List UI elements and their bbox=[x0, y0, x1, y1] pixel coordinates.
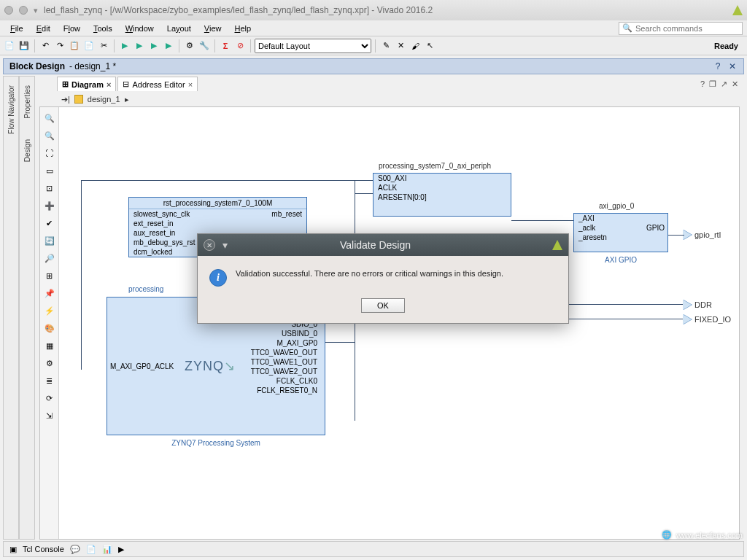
play-icon[interactable]: ▶ bbox=[147, 39, 160, 52]
save-icon[interactable]: 💾 bbox=[18, 39, 31, 52]
paste-icon[interactable]: 📄 bbox=[82, 39, 96, 52]
port-m-axi-gp0-aclk[interactable]: M_AXI_GP0_ACLK bbox=[110, 362, 174, 370]
regenerate-icon[interactable]: 🔄 bbox=[43, 234, 56, 247]
optimize-icon[interactable]: ⊞ bbox=[43, 269, 56, 282]
menu-help[interactable]: Help bbox=[229, 23, 258, 34]
help-icon[interactable]: ? bbox=[713, 61, 723, 71]
port-aclk[interactable]: ACLK bbox=[374, 183, 511, 192]
dialog-titlebar[interactable]: ✕ ▾ Validate Design bbox=[198, 234, 568, 256]
search-icon[interactable]: 🔎 bbox=[43, 252, 56, 265]
dialog-close-icon[interactable]: ✕ bbox=[204, 239, 215, 251]
menu-view[interactable]: View bbox=[198, 23, 228, 34]
layout-select[interactable]: Default Layout bbox=[255, 39, 371, 53]
copy-icon[interactable]: 📋 bbox=[68, 39, 81, 52]
pointer-icon[interactable]: ↖ bbox=[423, 39, 436, 52]
tcl-console-tab[interactable]: Tcl Console bbox=[23, 545, 64, 553]
pin-icon[interactable]: 📌 bbox=[43, 287, 56, 300]
port-ttc0-wave0[interactable]: TTC0_WAVE0_OUT bbox=[247, 348, 322, 357]
redo-icon[interactable]: ↷ bbox=[53, 39, 66, 52]
layers-icon[interactable]: ≣ bbox=[43, 374, 56, 387]
port-s-axi-aclk[interactable]: _aclk bbox=[574, 223, 611, 233]
port-aux-reset-in[interactable]: aux_reset_in bbox=[129, 228, 200, 238]
menu-layout[interactable]: Layout bbox=[161, 23, 197, 34]
port-mb-reset[interactable]: mb_reset bbox=[267, 209, 306, 219]
panel-close-icon[interactable]: ✕ bbox=[727, 61, 738, 71]
port-dcm-locked[interactable]: dcm_locked bbox=[129, 247, 200, 257]
port-usbind[interactable]: USBIND_0 bbox=[247, 329, 322, 338]
ext-port-ddr[interactable]: DDR bbox=[683, 300, 712, 310]
port-gpio[interactable]: GPIO bbox=[646, 214, 667, 242]
fit-icon[interactable]: ⊡ bbox=[43, 182, 56, 195]
command-search[interactable]: 🔍 bbox=[619, 22, 743, 35]
reports-icon[interactable]: 📊 bbox=[102, 545, 112, 554]
color-icon[interactable]: 🎨 bbox=[43, 322, 56, 335]
block-axi-periph[interactable]: S00_AXI ACLK ARESETN[0:0] bbox=[373, 173, 511, 217]
settings-icon[interactable]: ⚙ bbox=[183, 39, 196, 52]
breadcrumb-expand-icon[interactable]: ➔| bbox=[61, 95, 70, 104]
menu-window[interactable]: Window bbox=[120, 23, 160, 34]
port-ext-reset-in[interactable]: ext_reset_in bbox=[129, 219, 200, 228]
zoom-fit-icon[interactable]: ⛶ bbox=[43, 147, 56, 160]
window-close-icon[interactable] bbox=[4, 6, 13, 15]
port-mb-debug-sys-rst[interactable]: mb_debug_sys_rst bbox=[129, 238, 200, 247]
design-runs-icon[interactable]: ▶ bbox=[118, 545, 124, 554]
log-icon[interactable]: 📄 bbox=[86, 545, 96, 554]
dialog-menu-icon[interactable]: ▾ bbox=[222, 239, 228, 251]
clear-icon[interactable]: ✕ bbox=[394, 39, 407, 52]
console-icon[interactable]: ▣ bbox=[9, 545, 17, 554]
tab-close-icon[interactable]: × bbox=[188, 80, 193, 89]
chip-icon[interactable]: ▦ bbox=[43, 339, 56, 352]
port-fclk-reset0-n[interactable]: FCLK_RESET0_N bbox=[247, 386, 322, 395]
run-impl-icon[interactable]: ▶ bbox=[133, 39, 146, 52]
cancel-icon[interactable]: ⊘ bbox=[233, 39, 247, 52]
export-icon[interactable]: ⇲ bbox=[43, 409, 56, 422]
messages-icon[interactable]: 💬 bbox=[70, 545, 80, 554]
tools-icon[interactable]: 🔧 bbox=[198, 39, 211, 52]
menu-file[interactable]: File bbox=[4, 23, 29, 34]
help-icon[interactable]: ? bbox=[700, 79, 705, 89]
command-search-input[interactable] bbox=[635, 24, 739, 33]
port-aresetn[interactable]: ARESETN[0:0] bbox=[374, 192, 511, 202]
zoom-out-icon[interactable]: 🔍 bbox=[43, 129, 56, 142]
cut-icon[interactable]: ✂ bbox=[97, 39, 110, 52]
block-axi-gpio[interactable]: _AXI _aclk _aresetn GPIO AXI GPIO bbox=[573, 213, 668, 252]
zoom-in-icon[interactable]: 🔍 bbox=[43, 112, 56, 125]
breadcrumb-root[interactable]: design_1 bbox=[88, 95, 120, 104]
port-ttc0-wave1[interactable]: TTC0_WAVE1_OUT bbox=[247, 357, 322, 367]
highlight-icon[interactable]: ✎ bbox=[379, 39, 392, 52]
properties-tab[interactable]: Properties bbox=[23, 81, 31, 123]
menu-edit[interactable]: Edit bbox=[31, 23, 56, 34]
run-synth-icon[interactable]: ▶ bbox=[118, 39, 131, 52]
window-menu-icon[interactable]: ▾ bbox=[34, 6, 38, 15]
port-ttc0-wave2[interactable]: TTC0_WAVE2_OUT bbox=[247, 367, 322, 376]
tab-address-editor[interactable]: ⊟ Address Editor × bbox=[117, 77, 198, 91]
menu-flow[interactable]: Flow bbox=[58, 23, 86, 34]
flow-navigator-tab[interactable]: Flow Navigator bbox=[7, 81, 15, 139]
window-min-icon[interactable] bbox=[19, 6, 28, 15]
port-s-axi[interactable]: _AXI bbox=[574, 214, 611, 223]
maximize-icon[interactable]: ↗ bbox=[721, 79, 727, 89]
port-m-axi-gp0[interactable]: M_AXI_GP0 bbox=[247, 338, 322, 348]
menu-tools[interactable]: Tools bbox=[88, 23, 118, 34]
select-icon[interactable]: ▭ bbox=[43, 164, 56, 177]
step-icon[interactable]: ▶ bbox=[162, 39, 175, 52]
ext-port-gpio-rtl[interactable]: gpio_rtl bbox=[683, 230, 721, 240]
refresh-icon[interactable]: ⟳ bbox=[43, 392, 56, 405]
brush-icon[interactable]: 🖌 bbox=[409, 39, 422, 52]
ext-port-fixed-io[interactable]: FIXED_IO bbox=[683, 314, 731, 324]
port-fclk-clk0[interactable]: FCLK_CLK0 bbox=[247, 376, 322, 386]
gear-icon[interactable]: ⚙ bbox=[43, 357, 56, 370]
tab-diagram[interactable]: ⊞ Diagram × bbox=[57, 77, 116, 91]
validate-icon[interactable]: ✔ bbox=[43, 217, 56, 230]
ok-button[interactable]: OK bbox=[361, 298, 405, 313]
new-icon[interactable]: 📄 bbox=[3, 39, 16, 52]
port-s-axi-aresetn[interactable]: _aresetn bbox=[574, 233, 611, 242]
tab-close-icon[interactable]: × bbox=[107, 80, 111, 89]
restore-icon[interactable]: ❐ bbox=[709, 79, 716, 89]
auto-icon[interactable]: ⚡ bbox=[43, 304, 56, 317]
undo-icon[interactable]: ↶ bbox=[39, 39, 52, 52]
design-tab[interactable]: Design bbox=[23, 135, 31, 166]
port-slowest-sync-clk[interactable]: slowest_sync_clk bbox=[129, 209, 200, 219]
sigma-icon[interactable]: Σ bbox=[219, 39, 232, 52]
port-s00-axi[interactable]: S00_AXI bbox=[374, 174, 511, 183]
